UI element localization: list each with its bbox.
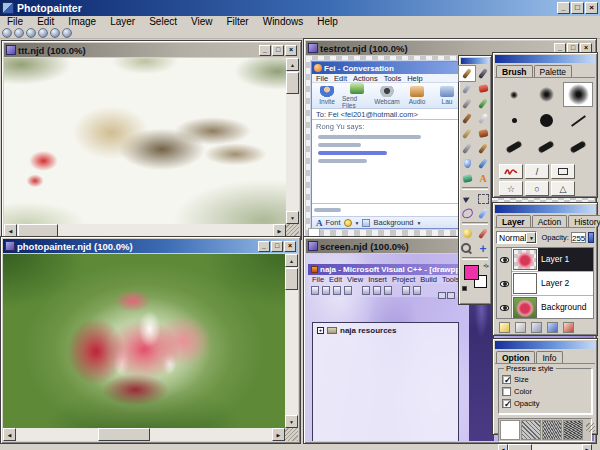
- close-button[interactable]: ×: [585, 2, 598, 14]
- green-pen-tool[interactable]: [475, 96, 491, 111]
- scroll-thumb[interactable]: [285, 268, 298, 290]
- new-layer-icon[interactable]: [499, 322, 510, 333]
- menu-item[interactable]: Image: [61, 16, 103, 28]
- dropdown-icon[interactable]: ▼: [526, 232, 536, 243]
- checkbox[interactable]: [502, 387, 511, 396]
- soft-dot-medium-brush[interactable]: [531, 82, 561, 107]
- new-icon[interactable]: [2, 28, 12, 38]
- bird-painting-canvas[interactable]: [4, 58, 286, 224]
- scroll-thumb[interactable]: [98, 428, 150, 441]
- checkbox[interactable]: [502, 375, 511, 384]
- tab[interactable]: Brush: [496, 65, 533, 77]
- maximize-button[interactable]: □: [271, 241, 283, 252]
- round-brush-tool[interactable]: [475, 141, 491, 156]
- resize-grip[interactable]: [586, 423, 595, 432]
- menu-item[interactable]: Filter: [219, 16, 255, 28]
- tab[interactable]: Palette: [534, 65, 572, 77]
- star-shape-button[interactable]: ☆: [499, 181, 523, 196]
- scroll-down-icon[interactable]: ▼: [285, 415, 298, 428]
- white-pencil-tool[interactable]: [475, 111, 491, 126]
- layer-row[interactable]: Layer 2: [497, 272, 593, 296]
- ink-bottle-tool[interactable]: [459, 171, 475, 186]
- minimize-button[interactable]: _: [259, 45, 271, 56]
- eraser-tool[interactable]: [475, 81, 491, 96]
- scroll-thumb[interactable]: [286, 72, 299, 94]
- scribble-shape-button[interactable]: [499, 164, 523, 179]
- texture-scrollbar[interactable]: ◀ ▶: [498, 444, 592, 450]
- rectangle-shape-button[interactable]: [551, 164, 575, 179]
- delete-layer-icon[interactable]: [563, 322, 574, 333]
- tab[interactable]: Action: [532, 215, 568, 227]
- lasso-tool[interactable]: [459, 206, 475, 221]
- move-tool[interactable]: [459, 191, 475, 206]
- save-as-icon[interactable]: [38, 28, 48, 38]
- visibility-toggle[interactable]: [497, 296, 512, 320]
- menu-item[interactable]: Edit: [30, 16, 61, 28]
- rose-painting-canvas[interactable]: [3, 254, 285, 428]
- panel-title-bar[interactable]: [495, 205, 595, 213]
- noise-texture-2[interactable]: [542, 420, 562, 440]
- visibility-toggle[interactable]: [497, 272, 512, 296]
- magic-wand-tool[interactable]: [475, 206, 491, 221]
- soft-dot-large-brush[interactable]: [563, 82, 593, 107]
- duplicate-layer-icon[interactable]: [531, 322, 542, 333]
- about-icon[interactable]: [62, 28, 72, 38]
- scroll-up-icon[interactable]: ▲: [286, 58, 299, 71]
- tab[interactable]: Layer: [496, 215, 531, 227]
- layer-mask-icon[interactable]: [515, 322, 526, 333]
- menu-item[interactable]: Windows: [256, 16, 311, 28]
- panel-title-bar[interactable]: [495, 55, 595, 63]
- line-shape-button[interactable]: /: [525, 164, 549, 179]
- flat-brush-tool[interactable]: [459, 111, 475, 126]
- adjustment-layer-icon[interactable]: [547, 322, 558, 333]
- hard-dot-large-brush[interactable]: [531, 108, 561, 133]
- soft-dot-small-brush[interactable]: [499, 82, 529, 107]
- wet-brush-tool[interactable]: [475, 156, 491, 171]
- hard-dot-small-brush[interactable]: [499, 108, 529, 133]
- scroll-down-icon[interactable]: ▼: [286, 211, 299, 224]
- palette-title-bar[interactable]: [461, 58, 489, 64]
- horizontal-scrollbar[interactable]: ◀ ▶: [3, 428, 285, 441]
- scroll-left-icon[interactable]: ◀: [498, 444, 508, 450]
- maximize-button[interactable]: □: [272, 45, 284, 56]
- noise-texture-3[interactable]: [563, 420, 583, 440]
- zoom-tool[interactable]: [459, 241, 475, 256]
- thin-line-brush[interactable]: [563, 108, 593, 133]
- color-sphere-tool[interactable]: [459, 226, 475, 241]
- fountain-pen-tool[interactable]: [459, 81, 475, 96]
- pan-tool[interactable]: +: [475, 241, 491, 256]
- save-icon[interactable]: [26, 28, 36, 38]
- close-button[interactable]: ×: [284, 241, 296, 252]
- tab[interactable]: History: [568, 215, 600, 227]
- water-drop-tool[interactable]: [459, 156, 475, 171]
- thin-brush-tool[interactable]: [459, 141, 475, 156]
- diagonal-stroke-brush-1[interactable]: [499, 134, 529, 159]
- opacity-spinner[interactable]: [588, 232, 594, 243]
- layer-row[interactable]: Layer 1: [497, 248, 593, 272]
- vertical-scrollbar[interactable]: ▲ ▼: [285, 254, 298, 428]
- tab[interactable]: Option: [496, 351, 535, 363]
- minimize-button[interactable]: _: [557, 2, 570, 14]
- scroll-right-icon[interactable]: ▶: [272, 428, 285, 441]
- print-icon[interactable]: [50, 28, 60, 38]
- visibility-toggle[interactable]: [497, 248, 512, 272]
- triangle-shape-button[interactable]: △: [551, 181, 575, 196]
- resize-grip[interactable]: [285, 428, 298, 441]
- menu-item[interactable]: Layer: [103, 16, 142, 28]
- menu-item[interactable]: Help: [310, 16, 345, 28]
- menu-item[interactable]: File: [0, 16, 30, 28]
- checkbox-item[interactable]: Color: [502, 387, 546, 396]
- scroll-left-icon[interactable]: ◀: [3, 428, 16, 441]
- ellipse-shape-button[interactable]: ○: [525, 181, 549, 196]
- checkbox-item[interactable]: Size: [502, 375, 546, 384]
- tab[interactable]: Info: [536, 351, 562, 363]
- open-icon[interactable]: [14, 28, 24, 38]
- menu-item[interactable]: View: [184, 16, 220, 28]
- rect-select-tool[interactable]: [475, 191, 491, 206]
- opacity-input[interactable]: 255: [571, 232, 586, 243]
- fan-brush-tool[interactable]: [459, 126, 475, 141]
- paintbrush-tool[interactable]: [459, 66, 475, 81]
- blend-mode-select[interactable]: Normal ▼: [496, 231, 537, 244]
- swap-colors-icon[interactable]: ⇄: [482, 261, 491, 270]
- checkbox-item[interactable]: Opacity: [502, 399, 546, 408]
